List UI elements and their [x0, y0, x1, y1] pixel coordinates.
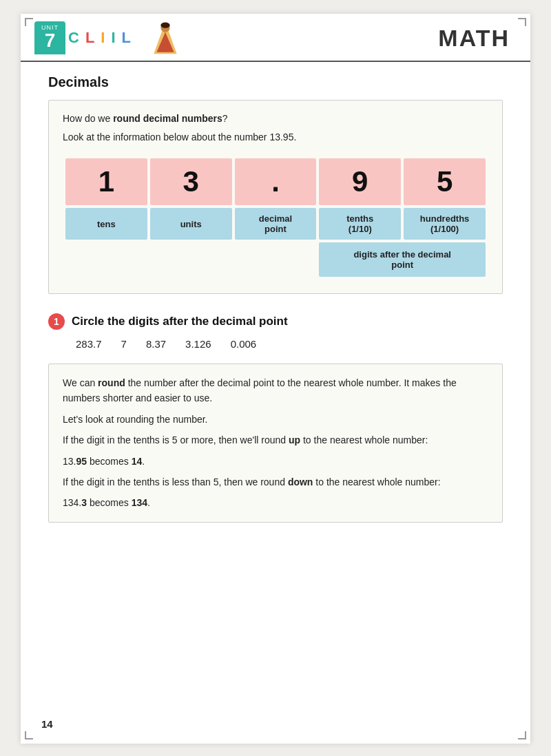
14-bold: 14 — [132, 456, 143, 467]
number-8-37: 8.37 — [146, 338, 166, 350]
digit-9: 9 — [319, 158, 401, 205]
exercise-number-badge: 1 — [48, 313, 65, 330]
digit-3: 3 — [150, 158, 232, 205]
up-bold: up — [289, 434, 300, 445]
digit-1: 1 — [65, 158, 147, 205]
3-bold: 3 — [81, 497, 87, 508]
down-bold: down — [288, 476, 313, 487]
unit-badge: UNIT 7 — [34, 21, 65, 54]
digit-5: 5 — [404, 158, 486, 205]
decimal-table: 1 3 . 9 5 tens units decimalpoint tenths… — [63, 156, 488, 280]
content: Decimals How do we round decimal numbers… — [21, 74, 530, 550]
label-tenths: tenths(1/10) — [319, 208, 401, 240]
section-title: Decimals — [48, 74, 503, 90]
clil-c: C — [65, 28, 82, 48]
number-0-006: 0.006 — [231, 338, 257, 350]
empty-cell — [65, 242, 316, 277]
bottom-row: digits after the decimalpoint — [65, 242, 486, 277]
corner-decoration-bl — [25, 731, 33, 739]
page-number: 14 — [41, 718, 53, 730]
number-283-7: 283.7 — [76, 338, 102, 350]
info-line-6: 134.3 becomes 134. — [63, 495, 488, 510]
134-bold: 134 — [132, 497, 147, 508]
svg-point-2 — [160, 23, 169, 28]
clil-i1: I — [98, 28, 107, 48]
clil-l1: L — [83, 28, 97, 48]
label-row: tens units decimalpoint tenths(1/10) hun… — [65, 208, 486, 240]
clil-l2: L — [119, 28, 134, 48]
info-line-1: We can round the number after the decima… — [63, 375, 488, 406]
digits-after-decimal-label: digits after the decimalpoint — [319, 242, 486, 277]
intro-info: Look at the information below about the … — [63, 130, 488, 145]
info-box: We can round the number after the decima… — [48, 364, 503, 523]
clil-logo: C L I I L — [65, 28, 134, 48]
number-3-126: 3.126 — [185, 338, 211, 350]
corner-decoration-tr — [518, 18, 526, 26]
label-units: units — [150, 208, 232, 240]
round-bold-1: round — [98, 377, 125, 388]
unit-number: 7 — [45, 31, 56, 50]
label-tens: tens — [65, 208, 147, 240]
page-header: UNIT 7 C L I I L MATH — [21, 14, 530, 62]
corner-decoration-tl — [25, 18, 33, 26]
decimal-dot: . — [235, 158, 317, 205]
intro-question: How do we round decimal numbers? — [63, 112, 488, 126]
info-line-5: If the digit in the tenths is less than … — [63, 474, 488, 490]
exercise-1-title: Circle the digits after the decimal poin… — [72, 315, 288, 328]
label-decimal-point: decimalpoint — [235, 208, 317, 240]
intro-box: How do we round decimal numbers? Look at… — [48, 100, 503, 294]
person-icon — [148, 21, 183, 55]
number-7: 7 — [121, 338, 127, 350]
info-line-3: If the digit in the tenths is 5 or more,… — [63, 432, 488, 448]
round-decimal-bold: round decimal numbers — [113, 113, 222, 124]
label-hundredths: hundredths(1/100) — [404, 208, 486, 240]
page: UNIT 7 C L I I L MATH Decimals Ho — [21, 14, 530, 744]
95-bold: 95 — [76, 456, 87, 467]
corner-decoration-br — [518, 731, 526, 739]
clil-i2: I — [108, 28, 118, 48]
exercise-1-header: 1 Circle the digits after the decimal po… — [48, 313, 503, 330]
number-row: 1 3 . 9 5 — [65, 158, 486, 205]
math-title: MATH — [438, 25, 510, 52]
numbers-row: 283.7 7 8.37 3.126 0.006 — [48, 338, 503, 350]
info-line-2: Let's look at rounding the number. — [63, 412, 488, 427]
info-line-4: 13.95 becomes 14. — [63, 454, 488, 469]
